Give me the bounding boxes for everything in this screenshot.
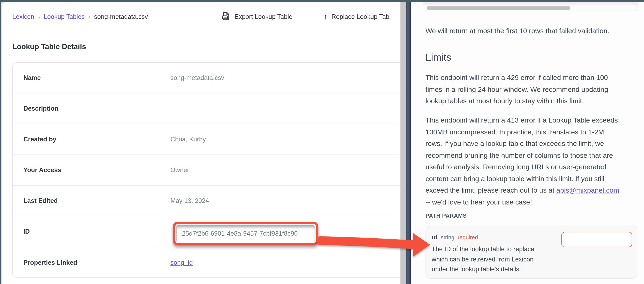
paragraph-text: -- we'd love to hear your use case! bbox=[426, 198, 532, 206]
limits-paragraph-1: This endpoint will return a 429 error if… bbox=[426, 72, 619, 107]
param-type: string bbox=[441, 234, 454, 241]
param-description: The ID of the lookup table to replace wh… bbox=[432, 244, 551, 274]
docs-top-band bbox=[423, 2, 638, 5]
docs-intro-text: We will return at most the first 10 rows… bbox=[426, 25, 644, 37]
svg-text:CSV: CSV bbox=[222, 16, 227, 18]
row-label: Last Edited bbox=[13, 197, 170, 204]
table-row-properties-linked: Properties Linked song_id bbox=[13, 247, 400, 278]
api-docs-panel: We will return at most the first 10 rows… bbox=[411, 0, 644, 284]
row-label: ID bbox=[13, 228, 170, 235]
paragraph-text: This endpoint will return a 413 error if… bbox=[426, 116, 618, 194]
page-title: Lookup Table Details bbox=[12, 43, 86, 51]
lookup-table-details-card: Name song-metadata.csv Description Creat… bbox=[12, 62, 400, 278]
row-label: Name bbox=[13, 74, 170, 82]
table-row-last-edited: Last Edited May 13, 2024 bbox=[13, 186, 400, 216]
row-label: Description bbox=[13, 105, 170, 112]
breadcrumb-lookup-tables-link[interactable]: Lookup Tables bbox=[44, 13, 84, 20]
export-lookup-table-button[interactable]: CSV Export Lookup Table bbox=[222, 2, 292, 31]
horizontal-scrollbar-track[interactable] bbox=[425, 5, 638, 11]
param-name: id bbox=[432, 234, 438, 241]
export-button-label: Export Lookup Table bbox=[234, 13, 292, 20]
table-row-id: ID 25d7f2b6-6901-4e8a-9457-7cbf931f8c90 bbox=[13, 216, 400, 247]
breadcrumb-separator-icon: › bbox=[38, 13, 40, 20]
row-value: May 13, 2024 bbox=[170, 197, 209, 204]
path-params-section-label: PATH PARAMS bbox=[426, 213, 467, 219]
window-divider-gray-bar bbox=[400, 0, 406, 284]
breadcrumb: Lexicon › Lookup Tables › song-metadata.… bbox=[12, 2, 148, 31]
breadcrumb-separator-icon: › bbox=[88, 13, 90, 20]
breadcrumb-current-file: song-metadata.csv bbox=[94, 13, 148, 20]
replace-button-label: Replace Lookup Tabl bbox=[332, 13, 391, 20]
csv-file-icon: CSV bbox=[222, 11, 230, 22]
row-label: Created by bbox=[13, 136, 170, 143]
table-row-created-by: Created by Chua, Kurby bbox=[13, 124, 400, 155]
row-label: Your Access bbox=[13, 166, 170, 174]
param-id-input[interactable] bbox=[562, 232, 632, 247]
window-divider-navy-bar bbox=[406, 0, 411, 284]
param-required-badge: required bbox=[458, 234, 478, 241]
table-row-your-access: Your Access Owner bbox=[13, 155, 400, 186]
screenshot-root: Lexicon › Lookup Tables › song-metadata.… bbox=[0, 0, 644, 284]
path-param-card: id string required The ID of the lookup … bbox=[426, 225, 638, 279]
horizontal-scrollbar-thumb[interactable] bbox=[427, 6, 570, 10]
window-chrome-left bbox=[0, 0, 1, 284]
lookup-table-id-value-box[interactable]: 25d7f2b6-6901-4e8a-9457-7cbf931f8c90 bbox=[176, 225, 315, 242]
upload-arrow-icon: ↑ bbox=[324, 13, 327, 20]
lookup-table-page: Lexicon › Lookup Tables › song-metadata.… bbox=[2, 2, 400, 284]
window-chrome-top bbox=[0, 0, 644, 2]
row-value: song-metadata.csv bbox=[170, 74, 224, 82]
page-header: Lexicon › Lookup Tables › song-metadata.… bbox=[2, 2, 400, 31]
row-value: Chua, Kurby bbox=[170, 136, 206, 143]
breadcrumb-lexicon-link[interactable]: Lexicon bbox=[12, 13, 34, 20]
table-row-description: Description bbox=[13, 93, 400, 124]
table-row-name: Name song-metadata.csv bbox=[13, 63, 400, 93]
row-value: Owner bbox=[170, 166, 189, 174]
song-id-property-link[interactable]: song_id bbox=[170, 259, 193, 266]
limits-paragraph-2: This endpoint will return a 413 error if… bbox=[426, 115, 619, 208]
apis-mixpanel-email-link[interactable]: apis@mixpanel.com bbox=[556, 186, 619, 194]
replace-lookup-table-button[interactable]: ↑ Replace Lookup Tabl bbox=[324, 2, 391, 31]
limits-heading: Limits bbox=[426, 52, 451, 63]
row-label: Properties Linked bbox=[13, 259, 170, 266]
